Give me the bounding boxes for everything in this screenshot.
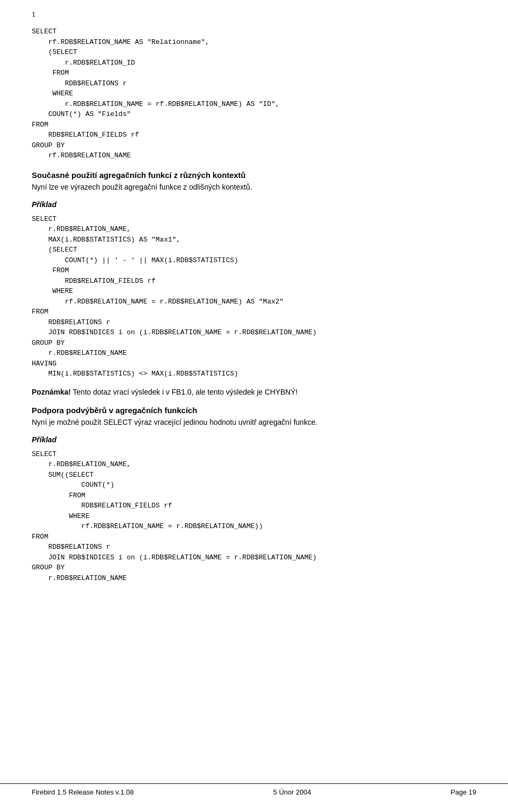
- section2-body: Nyní je možné použít SELECT výraz vracej…: [32, 417, 476, 428]
- code-block-1: SELECT rf.RDB$RELATION_NAME AS "Relation…: [32, 26, 476, 161]
- footer: Firebird 1.5 Release Notes v.1.08 5 Únor…: [0, 783, 508, 796]
- page-number-top: 1: [32, 11, 35, 19]
- priklad1-label: Příklad: [32, 200, 476, 209]
- poznamka1-text: Tento dotaz vrací výsledek i v FB1.0, al…: [71, 388, 298, 396]
- priklad2-label: Příklad: [32, 435, 476, 444]
- page: 1 SELECT rf.RDB$RELATION_NAME AS "Relati…: [0, 0, 508, 812]
- code-block-2: SELECT r.RDB$RELATION_NAME, MAX(i.RDB$ST…: [32, 214, 476, 379]
- poznamka1-bold: Poznámka!: [32, 388, 71, 396]
- footer-left: Firebird 1.5 Release Notes v.1.08: [32, 788, 134, 796]
- footer-right: Page 19: [451, 788, 476, 796]
- poznamka1: Poznámka! Tento dotaz vrací výsledek i v…: [32, 388, 476, 396]
- section1-heading: Současné použití agregačních funkcí z rů…: [32, 171, 476, 180]
- section2-heading: Podpora podvýběrů v agregačních funkcích: [32, 406, 476, 415]
- section1-body: Nyní lze ve výrazech použít agregační fu…: [32, 182, 476, 193]
- footer-center: 5 Únor 2004: [273, 788, 311, 796]
- code-block-3: SELECT r.RDB$RELATION_NAME, SUM((SELECT …: [32, 449, 476, 584]
